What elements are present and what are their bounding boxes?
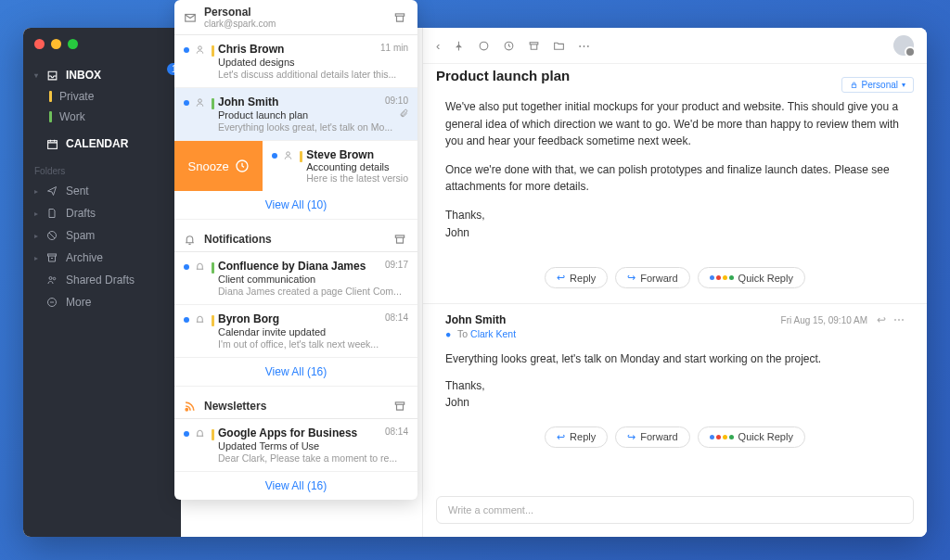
svg-rect-9: [852, 84, 856, 87]
sidebar-work[interactable]: Work: [23, 107, 181, 127]
comment-input[interactable]: Write a comment...: [436, 496, 914, 524]
reply-content: Everything looks great, let's talk on Mo…: [445, 339, 905, 423]
pin-icon[interactable]: [453, 40, 465, 52]
sidebar-inbox[interactable]: ▾ INBOX: [23, 64, 181, 86]
sidebar-shared-drafts-label: Shared Drafts: [66, 274, 135, 286]
close-window-button[interactable]: [34, 39, 45, 49]
sidebar-shared-drafts[interactable]: Shared Drafts: [23, 269, 181, 291]
account-bar: [300, 151, 302, 162]
archive-all-icon[interactable]: [393, 233, 408, 246]
svg-point-4: [53, 277, 56, 280]
svg-rect-0: [47, 140, 57, 148]
folder-icon[interactable]: [553, 40, 565, 52]
person-icon: [283, 150, 296, 160]
svg-point-12: [199, 46, 202, 50]
archive-all-icon[interactable]: [393, 400, 408, 413]
sidebar-drafts[interactable]: ▸ Drafts: [23, 202, 181, 224]
maximize-window-button[interactable]: [68, 39, 78, 49]
svg-point-17: [186, 408, 187, 410]
attachment-icon: [399, 108, 408, 118]
email-item[interactable]: Google Apps for Business Updated Terms o…: [174, 419, 417, 472]
svg-rect-18: [395, 402, 404, 404]
email-preview: Dear Clark, Please take a moment to re..…: [218, 452, 408, 464]
view-all-personal[interactable]: View All (10): [174, 191, 417, 220]
email-item-swiped[interactable]: Snooze Steve Brown Accounting details He…: [174, 141, 417, 191]
more-icon: [44, 297, 60, 308]
email-preview: Let's discuss additional details later t…: [218, 69, 408, 80]
email-body: We've also put together initial mockups …: [423, 93, 927, 258]
chevron-down-icon: ▾: [902, 81, 905, 89]
newsletters-section-header[interactable]: Newsletters: [174, 394, 417, 419]
account-avatar[interactable]: [893, 35, 914, 56]
account-bar: [212, 262, 214, 274]
email-paragraph: We've also put together initial mockups …: [445, 98, 905, 150]
bell-icon: [195, 261, 208, 297]
sidebar-drafts-label: Drafts: [66, 207, 96, 220]
circle-icon[interactable]: [478, 40, 490, 52]
more-toolbar-icon[interactable]: ⋯: [578, 39, 590, 53]
email-item[interactable]: John Smith Product launch plan Everythin…: [174, 88, 417, 141]
reply-button[interactable]: ↩Reply: [545, 267, 608, 288]
reply-button-2[interactable]: ↩Reply: [545, 426, 608, 448]
snooze-label-text: Snooze: [188, 159, 229, 173]
email-time: 08:14: [385, 426, 408, 437]
sidebar-private-label: Private: [59, 90, 94, 103]
email-signoff: Thanks,: [445, 209, 485, 222]
account-pill[interactable]: Personal ▾: [841, 77, 914, 93]
email-subject: Product launch plan: [218, 109, 408, 121]
recipient-dot-icon: ●: [445, 328, 451, 339]
reply-inline-icon[interactable]: ↩: [877, 313, 886, 326]
reply-to-name[interactable]: Clark Kent: [470, 328, 516, 339]
notifications-section-header[interactable]: Notifications: [174, 227, 417, 252]
svg-point-6: [481, 42, 489, 50]
quick-reply-button[interactable]: Quick Reply: [698, 267, 805, 288]
personal-section-header[interactable]: Personal clark@spark.com: [174, 0, 417, 35]
reply-block: John Smith Fri Aug 15, 09:10 AM ↩ ⋯ ● To…: [423, 303, 927, 472]
inbox-icon: [44, 70, 60, 82]
email-preview: I'm out of office, let's talk next week.…: [218, 338, 408, 350]
archive-all-icon[interactable]: [393, 11, 408, 24]
email-subject: Updated Terms of Use: [218, 440, 408, 452]
quick-reply-button-2[interactable]: Quick Reply: [698, 426, 805, 448]
sidebar-spam-label: Spam: [66, 229, 95, 242]
svg-rect-16: [395, 235, 404, 237]
back-icon[interactable]: ‹: [436, 39, 440, 53]
mail-icon: [184, 11, 199, 24]
account-pill-label: Personal: [862, 80, 898, 90]
sidebar-private[interactable]: Private: [23, 86, 181, 107]
svg-point-3: [49, 277, 52, 280]
email-item[interactable]: Byron Borg Calendar invite updated I'm o…: [174, 305, 417, 358]
folders-heading: Folders: [23, 159, 181, 180]
email-item[interactable]: Confluence by Diana James Client communi…: [174, 252, 417, 305]
more-inline-icon[interactable]: ⋯: [893, 313, 905, 326]
sidebar-archive[interactable]: ▸ Archive: [23, 247, 181, 269]
snooze-icon[interactable]: [503, 40, 515, 52]
personal-title: Personal: [204, 6, 393, 19]
sidebar-more[interactable]: More: [23, 291, 181, 313]
sidebar-inbox-label: INBOX: [66, 69, 101, 82]
minimize-window-button[interactable]: [51, 39, 61, 49]
rss-icon: [184, 401, 199, 413]
email-sender: Google Apps for Business: [218, 426, 408, 439]
reply-to-label: To: [457, 328, 468, 339]
forward-button[interactable]: ↪Forward: [615, 267, 689, 288]
sidebar-calendar[interactable]: CALENDAR: [23, 133, 181, 155]
email-preview: Everything looks great, let's talk on Mo…: [218, 121, 408, 133]
view-all-newsletters[interactable]: View All (16): [174, 472, 417, 500]
archive-toolbar-icon[interactable]: [528, 40, 540, 52]
forward-button-2[interactable]: ↪Forward: [615, 426, 689, 448]
sidebar-more-label: More: [66, 296, 91, 309]
email-item[interactable]: Chris Brown Updated designs Let's discus…: [174, 35, 417, 88]
lock-icon: [850, 81, 858, 89]
reply-icon: ↩: [557, 272, 565, 284]
sidebar-sent[interactable]: ▸ Sent: [23, 180, 181, 202]
email-subject: Calendar invite updated: [218, 326, 408, 337]
reply-label: Reply: [570, 273, 596, 284]
email-time: 09:10: [385, 95, 408, 106]
view-all-notifications[interactable]: View All (16): [174, 358, 417, 387]
svg-rect-2: [48, 254, 57, 256]
email-time: 09:17: [385, 260, 408, 270]
sidebar-spam[interactable]: ▸ Spam: [23, 224, 181, 247]
snooze-action[interactable]: Snooze: [174, 141, 263, 191]
bell-icon: [184, 234, 199, 246]
